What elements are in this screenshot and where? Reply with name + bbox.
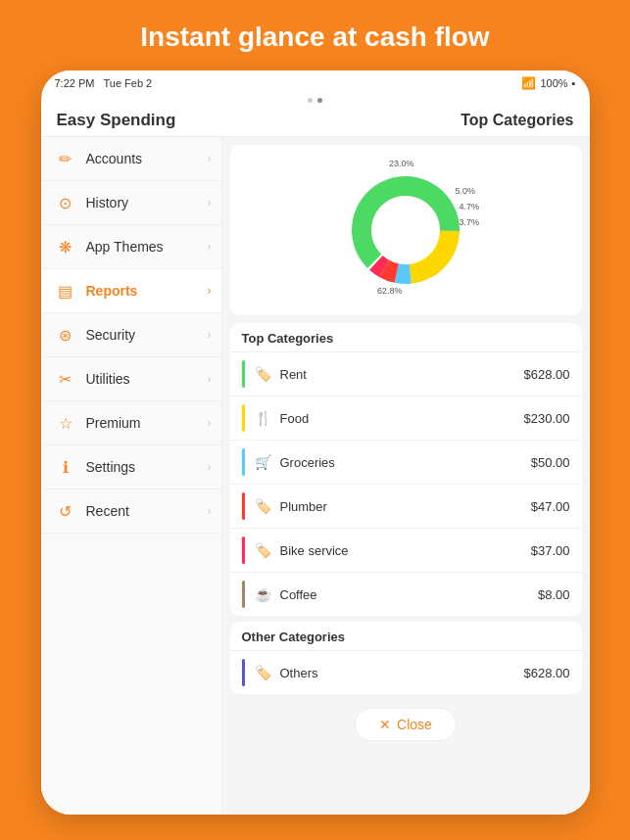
section-title: Top Categories bbox=[460, 112, 573, 129]
category-item: 🛒 Groceries $50.00 bbox=[230, 440, 582, 484]
appthemes-icon: ❋ bbox=[55, 236, 76, 257]
main-content: 23.0% 5.0% 4.7% 3.7% 62.8% Top Categorie… bbox=[222, 137, 590, 815]
category-name: Food bbox=[280, 411, 524, 426]
category-name: Plumber bbox=[280, 499, 531, 514]
chart-card: 23.0% 5.0% 4.7% 3.7% 62.8% bbox=[230, 145, 582, 315]
top-categories-list: 🏷️ Rent $628.00 🍴 Food $230.00 🛒 Groceri… bbox=[230, 351, 582, 616]
close-button[interactable]: ✕ Close bbox=[355, 708, 457, 741]
reports-label: Reports bbox=[86, 283, 208, 299]
category-color-bar bbox=[242, 537, 245, 564]
battery-icon: ▪ bbox=[572, 77, 576, 89]
recent-label: Recent bbox=[86, 503, 208, 519]
category-amount: $8.00 bbox=[538, 587, 570, 602]
app-title: Easy Spending bbox=[57, 111, 176, 130]
sidebar: ✏ Accounts › ⊙ History › ❋ App Themes › … bbox=[41, 137, 222, 815]
other-categories-list: 🏷️ Others $628.00 bbox=[230, 650, 582, 694]
category-item: 🍴 Food $230.00 bbox=[230, 396, 582, 440]
security-chevron: › bbox=[208, 328, 212, 342]
appthemes-chevron: › bbox=[208, 240, 212, 254]
content-area: ✏ Accounts › ⊙ History › ❋ App Themes › … bbox=[41, 137, 590, 815]
device-frame: 7:22 PM Tue Feb 2 📶 100% ▪ Easy Spending… bbox=[41, 70, 590, 815]
history-label: History bbox=[86, 195, 208, 210]
category-name: Rent bbox=[280, 367, 524, 382]
history-icon: ⊙ bbox=[55, 192, 76, 213]
close-icon: ✕ bbox=[379, 717, 391, 732]
sidebar-item-settings[interactable]: ℹ Settings › bbox=[41, 445, 221, 490]
accounts-chevron: › bbox=[208, 152, 212, 165]
sidebar-item-history[interactable]: ⊙ History › bbox=[41, 181, 221, 225]
sidebar-item-accounts[interactable]: ✏ Accounts › bbox=[41, 137, 221, 181]
security-label: Security bbox=[86, 327, 208, 343]
recent-icon: ↺ bbox=[55, 500, 76, 522]
category-icon: 🏷️ bbox=[255, 498, 272, 514]
pagination-dots bbox=[41, 94, 590, 107]
utilities-label: Utilities bbox=[86, 371, 208, 387]
security-icon: ⊛ bbox=[55, 324, 76, 346]
reports-icon: ▤ bbox=[55, 280, 76, 302]
accounts-label: Accounts bbox=[86, 151, 208, 166]
category-name: Others bbox=[280, 666, 524, 680]
category-color-bar bbox=[242, 360, 245, 388]
settings-icon: ℹ bbox=[55, 456, 76, 478]
utilities-chevron: › bbox=[208, 372, 212, 386]
category-item: ☕ Coffee $8.00 bbox=[230, 572, 582, 616]
category-name: Groceries bbox=[280, 455, 531, 470]
battery-percent: 100% bbox=[540, 77, 567, 89]
settings-label: Settings bbox=[86, 459, 208, 475]
category-amount: $47.00 bbox=[531, 499, 570, 514]
donut-segment-1 bbox=[410, 231, 460, 284]
category-amount: $628.00 bbox=[524, 666, 570, 680]
sidebar-item-reports[interactable]: ▤ Reports › bbox=[41, 269, 221, 313]
sidebar-item-recent[interactable]: ↺ Recent › bbox=[41, 490, 221, 534]
category-name: Coffee bbox=[280, 587, 538, 602]
category-icon: 🍴 bbox=[255, 410, 272, 426]
category-item: 🏷️ Bike service $37.00 bbox=[230, 528, 582, 572]
other-categories-header: Other Categories bbox=[230, 622, 582, 650]
sidebar-item-security[interactable]: ⊛ Security › bbox=[41, 313, 221, 357]
app-header: Easy Spending Top Categories bbox=[41, 107, 590, 137]
category-color-bar bbox=[242, 404, 245, 432]
page-header: Instant glance at cash flow bbox=[121, 0, 509, 70]
category-icon: 🏷️ bbox=[255, 542, 272, 558]
premium-icon: ☆ bbox=[55, 412, 76, 434]
dot-2 bbox=[317, 98, 322, 103]
category-item: 🏷️ Plumber $47.00 bbox=[230, 484, 582, 528]
category-icon: 🛒 bbox=[255, 454, 272, 470]
status-right: 📶 100% ▪ bbox=[521, 76, 575, 90]
top-categories-section: Top Categories 🏷️ Rent $628.00 🍴 Food $2… bbox=[230, 323, 582, 616]
category-icon: 🏷️ bbox=[255, 366, 272, 382]
category-name: Bike service bbox=[280, 543, 531, 558]
appthemes-label: App Themes bbox=[86, 239, 208, 255]
sidebar-item-premium[interactable]: ☆ Premium › bbox=[41, 401, 221, 445]
other-categories-section: Other Categories 🏷️ Others $628.00 bbox=[230, 622, 582, 694]
top-categories-header: Top Categories bbox=[230, 323, 582, 351]
sidebar-item-appthemes[interactable]: ❋ App Themes › bbox=[41, 225, 221, 269]
reports-chevron: › bbox=[208, 284, 212, 298]
category-color-bar bbox=[242, 492, 245, 520]
premium-label: Premium bbox=[86, 415, 208, 431]
sidebar-item-utilities[interactable]: ✂ Utilities › bbox=[41, 357, 221, 401]
close-label: Close bbox=[397, 717, 432, 732]
utilities-icon: ✂ bbox=[55, 368, 76, 390]
history-chevron: › bbox=[208, 196, 212, 210]
accounts-icon: ✏ bbox=[55, 148, 76, 169]
category-amount: $37.00 bbox=[531, 543, 570, 558]
category-amount: $230.00 bbox=[524, 411, 570, 426]
dot-1 bbox=[308, 98, 313, 103]
premium-chevron: › bbox=[208, 416, 212, 430]
category-icon: 🏷️ bbox=[255, 665, 272, 680]
wifi-icon: 📶 bbox=[521, 76, 536, 90]
status-bar: 7:22 PM Tue Feb 2 📶 100% ▪ bbox=[41, 70, 590, 94]
category-color-bar bbox=[242, 659, 245, 686]
settings-chevron: › bbox=[208, 460, 212, 474]
donut-chart: 23.0% 5.0% 4.7% 3.7% 62.8% bbox=[332, 157, 479, 303]
category-color-bar bbox=[242, 581, 245, 608]
recent-chevron: › bbox=[208, 504, 212, 518]
category-icon: ☕ bbox=[255, 586, 272, 602]
category-item: 🏷️ Others $628.00 bbox=[230, 650, 582, 694]
category-color-bar bbox=[242, 448, 245, 476]
category-amount: $628.00 bbox=[524, 367, 570, 382]
category-amount: $50.00 bbox=[531, 455, 570, 470]
category-item: 🏷️ Rent $628.00 bbox=[230, 351, 582, 396]
status-time: 7:22 PM Tue Feb 2 bbox=[55, 77, 153, 89]
